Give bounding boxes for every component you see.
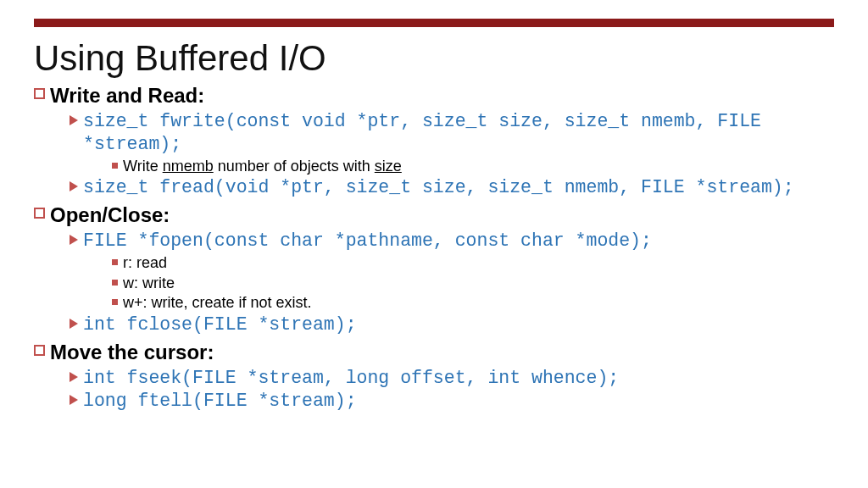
code-text: long ftell(FILE *stream); <box>83 390 795 413</box>
slide-title: Using Buffered I/O <box>34 39 834 78</box>
dot-bullet-icon <box>112 259 118 265</box>
square-bullet-icon <box>34 208 45 219</box>
dot-bullet-icon <box>112 299 118 305</box>
section-heading: Open/Close: <box>34 202 834 228</box>
mode-line: r: read <box>112 253 834 273</box>
code-signature: int fclose(FILE *stream); <box>70 313 834 336</box>
note-underline: size <box>375 158 402 175</box>
mode-text: r: read <box>123 253 834 273</box>
code-signature: long ftell(FILE *stream); <box>70 390 834 413</box>
section-heading-text: Open/Close: <box>50 202 834 228</box>
code-signature: FILE *fopen(const char *pathname, const … <box>70 230 834 252</box>
note-line: Write nmemb number of objects with size <box>112 157 834 176</box>
section-heading-text: Write and Read: <box>50 83 834 108</box>
dot-bullet-icon <box>112 163 118 169</box>
mode-line: w+: write, create if not exist. <box>112 293 834 313</box>
title-rule <box>34 19 834 27</box>
code-text: FILE *fopen(const char *pathname, const … <box>83 230 795 252</box>
arrow-bullet-icon <box>70 372 78 382</box>
section-heading: Write and Read: <box>34 83 834 108</box>
square-bullet-icon <box>34 88 45 99</box>
mode-text: w+: write, create if not exist. <box>123 293 834 313</box>
section-heading-text: Move the cursor: <box>50 340 834 365</box>
arrow-bullet-icon <box>70 181 78 191</box>
dot-bullet-icon <box>112 280 118 286</box>
note-text-mid: number of objects with <box>214 158 375 175</box>
code-signature: int fseek(FILE *stream, long offset, int… <box>70 367 834 390</box>
code-signature: size_t fread(void *ptr, size_t size, siz… <box>70 176 834 199</box>
mode-text: w: write <box>123 274 834 293</box>
note-text: Write nmemb number of objects with size <box>123 157 834 176</box>
slide: Using Buffered I/O Write and Read: size_… <box>0 19 868 488</box>
code-text: int fseek(FILE *stream, long offset, int… <box>83 367 795 390</box>
code-text: int fclose(FILE *stream); <box>83 313 795 336</box>
note-underline: nmemb <box>163 158 214 175</box>
arrow-bullet-icon <box>70 395 78 405</box>
note-text-pre: Write <box>123 158 163 175</box>
arrow-bullet-icon <box>70 235 78 245</box>
arrow-bullet-icon <box>70 319 78 329</box>
arrow-bullet-icon <box>70 115 78 125</box>
mode-line: w: write <box>112 274 834 293</box>
code-text: size_t fread(void *ptr, size_t size, siz… <box>83 176 795 199</box>
code-signature: size_t fwrite(const void *ptr, size_t si… <box>70 110 834 156</box>
code-text: size_t fwrite(const void *ptr, size_t si… <box>83 110 795 156</box>
square-bullet-icon <box>34 345 45 356</box>
section-heading: Move the cursor: <box>34 340 834 365</box>
